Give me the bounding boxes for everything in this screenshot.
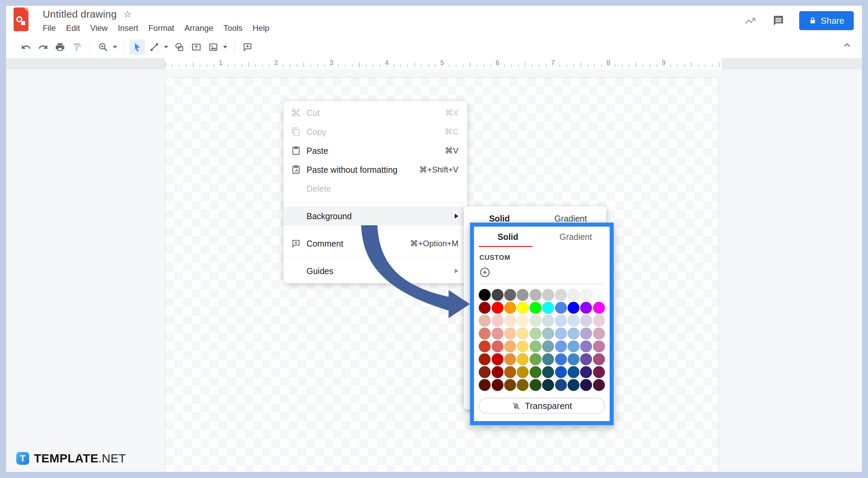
color-swatch[interactable] (530, 340, 541, 352)
color-swatch[interactable] (492, 328, 504, 339)
undo-button[interactable] (18, 39, 34, 55)
menu-item-comment[interactable]: Comment ⌘+Option+M (283, 234, 467, 253)
color-swatch[interactable] (479, 302, 491, 314)
image-dropdown-caret[interactable] (222, 39, 228, 55)
color-swatch[interactable] (555, 302, 567, 314)
color-swatch[interactable] (530, 366, 541, 378)
menu-item-paste[interactable]: Paste ⌘V (283, 141, 467, 160)
color-swatch[interactable] (568, 302, 579, 314)
zoom-tool-button[interactable] (95, 39, 111, 55)
color-swatch[interactable] (542, 366, 554, 378)
comment-history-icon[interactable] (771, 14, 785, 27)
color-swatch[interactable] (555, 289, 567, 301)
color-swatch[interactable] (479, 315, 491, 327)
color-swatch[interactable] (492, 315, 504, 327)
color-swatch[interactable] (542, 340, 554, 352)
star-outline-icon[interactable]: ☆ (123, 9, 132, 19)
color-swatch[interactable] (542, 353, 554, 365)
color-swatch[interactable] (555, 379, 567, 391)
add-custom-color-button[interactable] (479, 266, 491, 278)
color-swatch[interactable] (593, 302, 605, 314)
menu-item-paste-without-formatting[interactable]: A Paste without formatting ⌘+Shift+V (283, 160, 467, 179)
color-swatch[interactable] (593, 315, 605, 327)
color-swatch[interactable] (517, 315, 529, 327)
collapse-toolbar-chevron[interactable] (841, 39, 853, 51)
color-swatch[interactable] (580, 379, 592, 391)
color-swatch[interactable] (580, 366, 592, 378)
color-swatch[interactable] (517, 328, 529, 339)
text-box-button[interactable] (189, 39, 204, 55)
share-button[interactable]: Share (799, 11, 854, 30)
color-swatch[interactable] (504, 328, 516, 339)
color-swatch[interactable] (492, 366, 504, 378)
color-swatch[interactable] (568, 353, 579, 365)
color-swatch[interactable] (530, 289, 541, 301)
color-swatch[interactable] (580, 315, 592, 327)
color-swatch[interactable] (530, 302, 541, 314)
menu-format[interactable]: Format (149, 23, 174, 33)
line-dropdown-caret[interactable] (163, 39, 169, 55)
color-swatch[interactable] (593, 353, 605, 365)
color-swatch[interactable] (517, 353, 529, 365)
color-swatch[interactable] (555, 340, 567, 352)
menu-edit[interactable]: Edit (66, 23, 80, 33)
color-swatch[interactable] (504, 379, 516, 391)
color-swatch[interactable] (555, 315, 567, 327)
color-swatch[interactable] (568, 315, 579, 327)
color-swatch[interactable] (530, 328, 541, 339)
color-swatch[interactable] (504, 366, 516, 378)
color-swatch[interactable] (568, 289, 579, 301)
color-swatch[interactable] (593, 366, 605, 378)
menu-arrange[interactable]: Arrange (184, 23, 213, 33)
image-tool-button[interactable] (205, 39, 221, 55)
color-swatch[interactable] (580, 302, 592, 314)
transparent-button[interactable]: Transparent (479, 398, 605, 414)
menu-tools[interactable]: Tools (223, 23, 242, 33)
color-swatch[interactable] (504, 353, 516, 365)
activity-icon[interactable] (744, 14, 757, 27)
color-swatch[interactable] (517, 379, 529, 391)
color-swatch[interactable] (555, 366, 567, 378)
color-swatch[interactable] (580, 353, 592, 365)
menu-view[interactable]: View (90, 23, 108, 33)
color-swatch[interactable] (580, 328, 592, 339)
color-swatch[interactable] (492, 302, 504, 314)
color-swatch[interactable] (568, 366, 579, 378)
color-swatch[interactable] (593, 340, 605, 352)
color-swatch[interactable] (479, 328, 491, 339)
color-swatch[interactable] (517, 289, 529, 301)
color-swatch[interactable] (542, 328, 554, 339)
color-swatch[interactable] (492, 379, 504, 391)
color-swatch[interactable] (517, 302, 529, 314)
color-swatch[interactable] (492, 340, 504, 352)
color-swatch[interactable] (593, 379, 605, 391)
google-drawings-logo-icon[interactable] (14, 7, 28, 31)
document-title[interactable]: Untitled drawing (43, 8, 117, 20)
color-swatch[interactable] (568, 379, 579, 391)
line-tool-button[interactable] (146, 39, 162, 55)
color-swatch[interactable] (479, 366, 491, 378)
color-swatch[interactable] (593, 289, 605, 301)
color-swatch[interactable] (593, 328, 605, 339)
menu-item-guides[interactable]: Guides (283, 262, 467, 280)
tab-solid[interactable]: Solid (474, 227, 542, 247)
insert-comment-button[interactable] (240, 39, 255, 55)
color-swatch[interactable] (492, 353, 504, 365)
shape-tool-button[interactable] (172, 39, 187, 55)
color-swatch[interactable] (504, 289, 516, 301)
color-swatch[interactable] (580, 289, 592, 301)
menu-item-background[interactable]: Background (283, 207, 467, 226)
color-swatch[interactable] (479, 379, 491, 391)
color-swatch[interactable] (568, 340, 579, 352)
menu-file[interactable]: File (43, 23, 56, 33)
color-swatch[interactable] (530, 379, 541, 391)
color-swatch[interactable] (542, 379, 554, 391)
zoom-dropdown-caret[interactable] (112, 39, 118, 55)
color-swatch[interactable] (530, 315, 541, 327)
color-swatch[interactable] (555, 353, 567, 365)
select-tool-button[interactable] (130, 39, 145, 55)
color-swatch[interactable] (555, 328, 567, 339)
color-swatch[interactable] (479, 289, 491, 301)
color-swatch[interactable] (492, 289, 504, 301)
color-swatch[interactable] (580, 340, 592, 352)
